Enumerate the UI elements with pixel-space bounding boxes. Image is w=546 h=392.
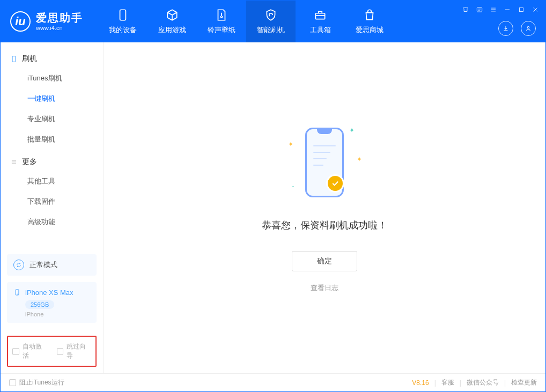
svg-rect-1 [315, 13, 324, 19]
sidebar-group-more: 更多 其他工具 下载固件 高级功能 [1, 153, 103, 232]
tab-label: 工具箱 [310, 25, 331, 35]
tab-ringtone-wallpaper[interactable]: 铃声壁纸 [197, 1, 246, 42]
header: iu 爱思助手 www.i4.cn 我的设备 应用游戏 铃声壁纸 智能刷机 [1, 1, 545, 42]
checkbox-icon [9, 379, 16, 386]
checkbox-auto-activate[interactable]: 自动激活 [12, 342, 47, 360]
checkbox-skip-guide[interactable]: 跳过向导 [57, 342, 92, 360]
main-content: ✦ ✦ ✦ • 恭喜您，保资料刷机成功啦！ 确定 查看日志 [104, 42, 545, 373]
sparkle-icon: • [292, 184, 294, 189]
sidebar-item-download-firmware[interactable]: 下载固件 [1, 191, 103, 212]
tab-label: 我的设备 [109, 25, 137, 35]
sidebar-item-pro-flash[interactable]: 专业刷机 [1, 109, 103, 129]
tab-toolbox[interactable]: 工具箱 [296, 1, 345, 42]
tab-smart-flash[interactable]: 智能刷机 [246, 1, 296, 42]
list-icon [10, 158, 18, 166]
shopping-bag-icon [363, 8, 377, 22]
sidebar-group-header: 刷机 [1, 50, 103, 68]
checkbox-label: 自动激活 [23, 342, 47, 360]
sidebar-group-title: 更多 [22, 157, 37, 167]
tab-my-device[interactable]: 我的设备 [98, 1, 147, 42]
footer-link-support[interactable]: 客服 [441, 378, 454, 387]
footer-link-update[interactable]: 检查更新 [511, 378, 537, 387]
success-illustration: ✦ ✦ ✦ • [292, 123, 357, 204]
download-button[interactable] [498, 21, 513, 36]
svg-rect-5 [12, 56, 16, 62]
checkbox-label: 阻止iTunes运行 [19, 378, 64, 387]
sidebar-item-other-tools[interactable]: 其他工具 [1, 171, 103, 191]
tab-apps-games[interactable]: 应用游戏 [147, 1, 197, 42]
view-log-link[interactable]: 查看日志 [311, 283, 338, 293]
sidebar-item-batch-flash[interactable]: 批量刷机 [1, 129, 103, 150]
sidebar-item-advanced[interactable]: 高级功能 [1, 212, 103, 232]
tab-label: 智能刷机 [257, 25, 285, 35]
main-tabs: 我的设备 应用游戏 铃声壁纸 智能刷机 工具箱 爱思商城 [98, 1, 394, 42]
svg-rect-0 [120, 10, 126, 20]
skin-icon[interactable] [461, 5, 470, 14]
footer-link-wechat[interactable]: 微信公众号 [467, 378, 499, 387]
menu-icon[interactable] [489, 5, 498, 14]
mode-card[interactable]: 正常模式 [7, 254, 97, 276]
footer: 阻止iTunes运行 V8.16 | 客服 | 微信公众号 | 检查更新 [1, 373, 545, 391]
sync-icon [13, 260, 24, 270]
header-actions [498, 21, 536, 36]
maximize-button[interactable] [517, 5, 526, 14]
checkbox-icon [57, 348, 64, 355]
confirm-button[interactable]: 确定 [292, 251, 357, 271]
sidebar-group-header: 更多 [1, 153, 103, 171]
shield-sync-icon [264, 8, 278, 22]
check-badge-icon [326, 174, 344, 193]
toolbox-icon [313, 8, 327, 22]
music-file-icon [215, 8, 228, 22]
tab-label: 铃声壁纸 [208, 25, 235, 35]
svg-point-7 [17, 294, 17, 294]
sidebar-group-title: 刷机 [22, 54, 37, 64]
svg-point-4 [527, 27, 529, 29]
sidebar-item-itunes-flash[interactable]: iTunes刷机 [1, 68, 103, 88]
minimize-button[interactable] [503, 5, 512, 14]
sparkle-icon: ✦ [357, 156, 362, 163]
svg-rect-3 [520, 8, 523, 12]
tab-store[interactable]: 爱思商城 [345, 1, 394, 42]
window-controls [461, 5, 540, 14]
phone-illustration-icon [305, 128, 344, 197]
device-capacity-badge: 256GB [25, 300, 54, 309]
sidebar-item-oneclick-flash[interactable]: 一键刷机 [1, 88, 103, 109]
sparkle-icon: ✦ [349, 127, 355, 134]
feedback-icon[interactable] [475, 5, 484, 14]
sparkle-icon: ✦ [288, 140, 293, 148]
device-type: iPhone [25, 311, 90, 317]
footer-right: V8.16 | 客服 | 微信公众号 | 检查更新 [412, 378, 537, 387]
mode-label: 正常模式 [29, 260, 57, 270]
version-label: V8.16 [412, 379, 429, 387]
success-headline: 恭喜您，保资料刷机成功啦！ [262, 219, 387, 232]
brand-subtitle: www.i4.cn [36, 25, 83, 31]
checkbox-block-itunes[interactable]: 阻止iTunes运行 [9, 378, 64, 387]
svg-rect-2 [477, 8, 482, 12]
sidebar-group-flash: 刷机 iTunes刷机 一键刷机 专业刷机 批量刷机 [1, 50, 103, 150]
tab-label: 爱思商城 [356, 25, 383, 35]
device-card[interactable]: iPhone XS Max 256GB iPhone [7, 282, 97, 323]
brand: iu 爱思助手 www.i4.cn [1, 1, 93, 42]
device-icon [116, 8, 130, 22]
app-window: iu 爱思助手 www.i4.cn 我的设备 应用游戏 铃声壁纸 智能刷机 [0, 0, 546, 392]
highlighted-options: 自动激活 跳过向导 [7, 336, 97, 367]
cube-icon [165, 8, 179, 22]
user-button[interactable] [521, 21, 536, 36]
checkbox-label: 跳过向导 [67, 342, 91, 360]
tab-label: 应用游戏 [158, 25, 186, 35]
body: 刷机 iTunes刷机 一键刷机 专业刷机 批量刷机 更多 其他工具 下载固件 … [1, 42, 545, 373]
brand-logo-icon: iu [10, 11, 31, 32]
device-name: iPhone XS Max [25, 289, 73, 297]
phone-icon [10, 55, 18, 63]
close-button[interactable] [530, 5, 540, 14]
sidebar: 刷机 iTunes刷机 一键刷机 专业刷机 批量刷机 更多 其他工具 下载固件 … [1, 42, 104, 373]
checkbox-icon [12, 348, 19, 355]
phone-icon [13, 287, 21, 297]
brand-title: 爱思助手 [36, 12, 83, 24]
